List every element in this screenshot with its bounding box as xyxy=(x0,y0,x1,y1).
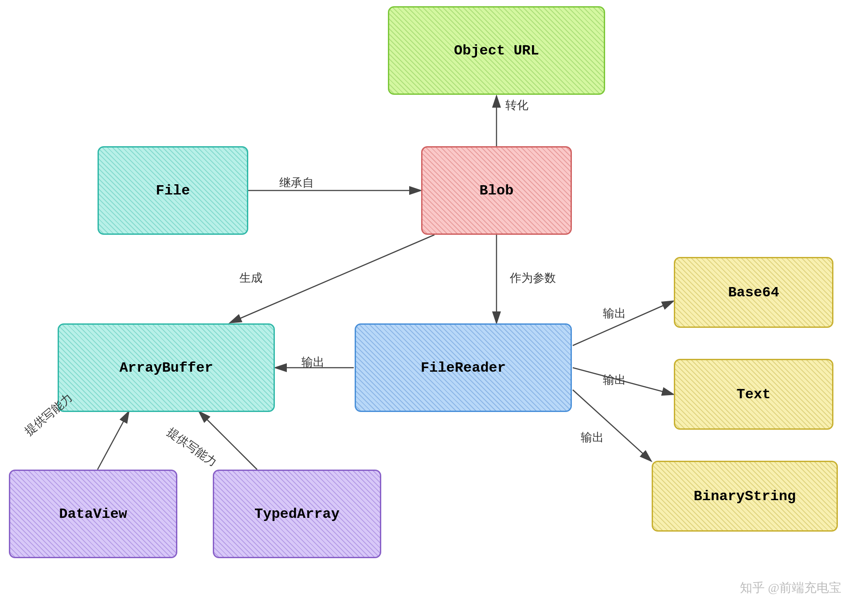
filereader-label: FileReader xyxy=(421,360,506,376)
label-shuchu-b64: 输出 xyxy=(603,306,626,321)
label-shuchu-text: 输出 xyxy=(603,372,626,388)
label-shuchu-ab: 输出 xyxy=(301,354,325,370)
label-shengcheng: 生成 xyxy=(239,270,262,286)
blob-label: Blob xyxy=(480,183,514,199)
object-url-node: Object URL xyxy=(388,6,605,95)
arraybuffer-node: ArrayBuffer xyxy=(58,323,275,412)
file-node: File xyxy=(98,146,248,235)
base64-label: Base64 xyxy=(728,284,779,301)
object-url-label: Object URL xyxy=(454,43,539,59)
typedarray-node: TypedArray xyxy=(213,470,381,558)
label-jichengzi: 继承自 xyxy=(279,175,314,190)
arraybuffer-label: ArrayBuffer xyxy=(119,360,213,376)
svg-line-8 xyxy=(573,390,651,461)
file-label: File xyxy=(156,183,190,199)
binarystring-label: BinaryString xyxy=(694,488,796,505)
base64-node: Base64 xyxy=(674,257,833,328)
label-shuchu-bs: 输出 xyxy=(581,430,604,445)
binarystring-node: BinaryString xyxy=(652,461,838,532)
filereader-node: FileReader xyxy=(355,323,572,412)
dataview-label: DataView xyxy=(59,506,127,522)
watermark: 知乎 @前端充电宝 xyxy=(740,579,841,596)
dataview-node: DataView xyxy=(9,470,177,558)
svg-line-9 xyxy=(98,412,129,470)
label-zhuanhua: 转化 xyxy=(505,97,528,113)
text-node: Text xyxy=(674,359,833,430)
label-zuoweicanshu: 作为参数 xyxy=(510,270,556,286)
text-label: Text xyxy=(737,386,771,403)
blob-node: Blob xyxy=(421,146,572,235)
diagram: Object URL Blob File ArrayBuffer FileRea… xyxy=(0,0,868,614)
label-tigong1: 提供写能力 xyxy=(22,390,76,439)
typedarray-label: TypedArray xyxy=(254,506,340,522)
label-tigong2: 提供写能力 xyxy=(164,424,220,470)
